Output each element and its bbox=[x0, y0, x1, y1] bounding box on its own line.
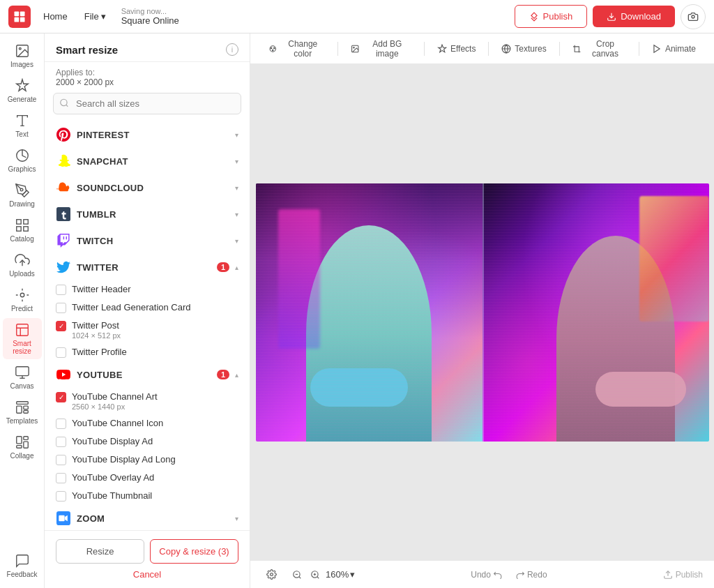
yt-overlay-ad-label[interactable]: YouTube Overlay Ad bbox=[72, 472, 238, 483]
section-tumblr[interactable]: TUMBLR ▾ bbox=[45, 201, 250, 227]
effects-button[interactable]: Effects bbox=[430, 40, 483, 57]
svg-line-42 bbox=[299, 576, 301, 578]
svg-rect-16 bbox=[16, 324, 28, 336]
svg-rect-13 bbox=[23, 227, 27, 231]
sidebar-item-smart-resize[interactable]: Smart resize bbox=[3, 318, 42, 359]
twitter-profile-checkbox[interactable] bbox=[56, 347, 66, 358]
smart-resize-panel: Smart resize i Applies to: 2000 × 2000 p… bbox=[45, 33, 250, 588]
sidebar-item-catalog[interactable]: Catalog bbox=[3, 213, 42, 247]
sidebar-item-images[interactable]: Images bbox=[3, 39, 42, 73]
svg-rect-24 bbox=[16, 437, 21, 444]
search-container bbox=[53, 93, 241, 114]
add-bg-image-button[interactable]: Add BG image bbox=[344, 36, 418, 62]
canvas-main[interactable] bbox=[250, 64, 714, 560]
zoom-value[interactable]: 160% ▾ bbox=[326, 569, 355, 580]
twitter-header-label[interactable]: Twitter Header bbox=[72, 284, 238, 294]
twitch-icon bbox=[56, 233, 71, 248]
sidebar-item-uploads[interactable]: Uploads bbox=[3, 248, 42, 282]
yt-thumbnail-item: YouTube Thumbnail bbox=[53, 487, 241, 505]
canvas-area: Change color Add BG image Effects Textur… bbox=[250, 33, 714, 588]
yt-display-ad-long-checkbox[interactable] bbox=[56, 455, 66, 465]
sidebar-item-drawing[interactable]: Drawing bbox=[3, 179, 42, 212]
canvas-right-panel bbox=[483, 183, 709, 442]
yt-thumbnail-checkbox[interactable] bbox=[56, 491, 66, 502]
sidebar-icons: Images Generate Text Graphics Drawing Ca… bbox=[0, 33, 45, 588]
yt-display-ad-checkbox[interactable] bbox=[56, 437, 66, 447]
panel-header: Smart resize i bbox=[45, 33, 250, 62]
sections-list: PINTEREST ▾ SNAPCHAT ▾ SOUNDCLOUD bbox=[45, 121, 250, 530]
textures-button[interactable]: Textures bbox=[494, 40, 553, 57]
yt-overlay-ad-checkbox[interactable] bbox=[56, 473, 66, 483]
canvas-artwork bbox=[256, 183, 709, 442]
svg-point-9 bbox=[20, 188, 23, 191]
section-soundcloud[interactable]: SOUNDCLOUD ▾ bbox=[45, 174, 250, 201]
yt-channel-art-checkbox[interactable] bbox=[56, 392, 66, 402]
svg-rect-23 bbox=[23, 411, 27, 414]
svg-point-15 bbox=[20, 293, 24, 297]
change-color-button[interactable]: Change color bbox=[261, 36, 332, 62]
sidebar-item-generate[interactable]: Generate bbox=[3, 74, 42, 107]
sidebar-item-feedback[interactable]: Feedback bbox=[3, 549, 42, 582]
search-input[interactable] bbox=[53, 93, 241, 114]
svg-rect-20 bbox=[16, 402, 28, 405]
twitter-lead-gen-checkbox[interactable] bbox=[56, 303, 66, 313]
twitter-post-checkbox[interactable] bbox=[56, 321, 66, 331]
svg-rect-12 bbox=[16, 227, 20, 231]
info-icon[interactable]: i bbox=[226, 43, 238, 56]
crop-canvas-button[interactable]: Crop canvas bbox=[565, 36, 634, 62]
download-button[interactable]: Download bbox=[593, 6, 675, 27]
section-snapchat[interactable]: SNAPCHAT ▾ bbox=[45, 148, 250, 174]
zoom-out-button[interactable] bbox=[289, 567, 305, 582]
publish-bottom-button[interactable]: Publish bbox=[663, 570, 703, 580]
yt-display-ad-label[interactable]: YouTube Display Ad bbox=[72, 436, 238, 446]
yt-thumbnail-label[interactable]: YouTube Thumbnail bbox=[72, 490, 238, 501]
twitter-lead-gen-label[interactable]: Twitter Lead Generation Card bbox=[72, 302, 238, 312]
yt-display-ad-item: YouTube Display Ad bbox=[53, 432, 241, 451]
sidebar-item-predict[interactable]: Predict bbox=[3, 283, 42, 317]
resize-button[interactable]: Resize bbox=[56, 539, 144, 564]
twitter-header-checkbox[interactable] bbox=[56, 285, 66, 295]
settings-button[interactable] bbox=[261, 565, 281, 585]
undo-redo-controls: Undo Redo bbox=[466, 568, 551, 582]
screenshot-button[interactable] bbox=[681, 4, 706, 29]
soundcloud-icon bbox=[56, 180, 71, 195]
topbar: Home File ▾ Saving now... Square Online … bbox=[0, 0, 714, 33]
yt-channel-art-label[interactable]: YouTube Channel Art 2560 × 1440 px bbox=[72, 391, 238, 411]
section-youtube[interactable]: YOUTUBE 1 ▴ bbox=[45, 361, 250, 388]
section-twitter[interactable]: TWITTER 1 ▴ bbox=[45, 254, 250, 280]
svg-rect-0 bbox=[15, 11, 20, 16]
section-pinterest[interactable]: PINTEREST ▾ bbox=[45, 121, 250, 148]
copy-resize-button[interactable]: Copy & resize (3) bbox=[150, 539, 238, 564]
youtube-items: YouTube Channel Art 2560 × 1440 px YouTu… bbox=[45, 388, 250, 505]
twitter-icon bbox=[56, 259, 71, 275]
twitter-lead-gen-item: Twitter Lead Generation Card bbox=[53, 299, 241, 317]
zoom-in-button[interactable] bbox=[307, 567, 323, 582]
yt-channel-icon-checkbox[interactable] bbox=[56, 419, 66, 429]
sidebar-item-templates[interactable]: Templates bbox=[3, 395, 42, 429]
tumblr-icon bbox=[56, 206, 71, 222]
section-zoom[interactable]: ZOOM ▾ bbox=[45, 505, 250, 530]
app-logo[interactable] bbox=[8, 6, 31, 28]
svg-point-34 bbox=[274, 47, 275, 49]
file-menu-button[interactable]: File ▾ bbox=[77, 8, 113, 25]
animate-button[interactable]: Animate bbox=[645, 40, 703, 57]
sidebar-item-canvas[interactable]: Canvas bbox=[3, 361, 42, 394]
twitter-profile-item: Twitter Profile bbox=[53, 343, 241, 361]
yt-channel-icon-label[interactable]: YouTube Channel Icon bbox=[72, 418, 238, 428]
applies-to: Applies to: 2000 × 2000 px bbox=[45, 62, 250, 93]
redo-button[interactable]: Redo bbox=[512, 568, 552, 582]
twitter-profile-label[interactable]: Twitter Profile bbox=[72, 347, 238, 357]
canvas-toolbar: Change color Add BG image Effects Textur… bbox=[250, 33, 714, 64]
publish-button[interactable]: Publish bbox=[515, 5, 588, 28]
sidebar-item-collage[interactable]: Collage bbox=[3, 430, 42, 464]
sidebar-item-text[interactable]: Text bbox=[3, 109, 42, 142]
section-twitch[interactable]: TWITCH ▾ bbox=[45, 227, 250, 254]
svg-line-29 bbox=[66, 105, 68, 107]
twitter-header-item: Twitter Header bbox=[53, 280, 241, 299]
sidebar-item-graphics[interactable]: Graphics bbox=[3, 144, 42, 177]
yt-display-ad-long-label[interactable]: YouTube Display Ad Long bbox=[72, 454, 238, 465]
home-button[interactable]: Home bbox=[36, 8, 75, 25]
cancel-link[interactable]: Cancel bbox=[56, 569, 238, 580]
twitter-post-label[interactable]: Twitter Post 1024 × 512 px bbox=[72, 320, 238, 340]
undo-button[interactable]: Undo bbox=[466, 568, 506, 582]
